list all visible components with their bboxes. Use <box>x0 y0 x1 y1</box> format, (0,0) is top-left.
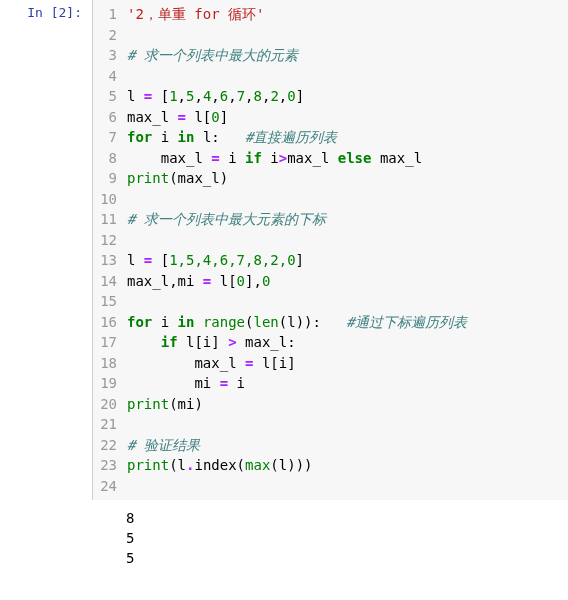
code-editor[interactable]: '2，单重 for 循环' # 求一个列表中最大的元素 l = [1,5,4,6… <box>123 0 568 500</box>
output-prompt-spacer <box>0 500 92 572</box>
line-number-gutter: 1 2 3 4 5 6 7 8 9 10 11 12 13 14 15 16 1… <box>93 0 123 500</box>
output-gutter-spacer <box>92 500 122 572</box>
input-area[interactable]: 1 2 3 4 5 6 7 8 9 10 11 12 13 14 15 16 1… <box>92 0 568 500</box>
input-prompt: In [2]: <box>0 0 92 20</box>
stdout-output: 8 5 5 <box>122 500 138 572</box>
jupyter-output-cell: 8 5 5 <box>0 500 568 572</box>
jupyter-input-cell: In [2]: 1 2 3 4 5 6 7 8 9 10 11 12 13 14… <box>0 0 568 500</box>
